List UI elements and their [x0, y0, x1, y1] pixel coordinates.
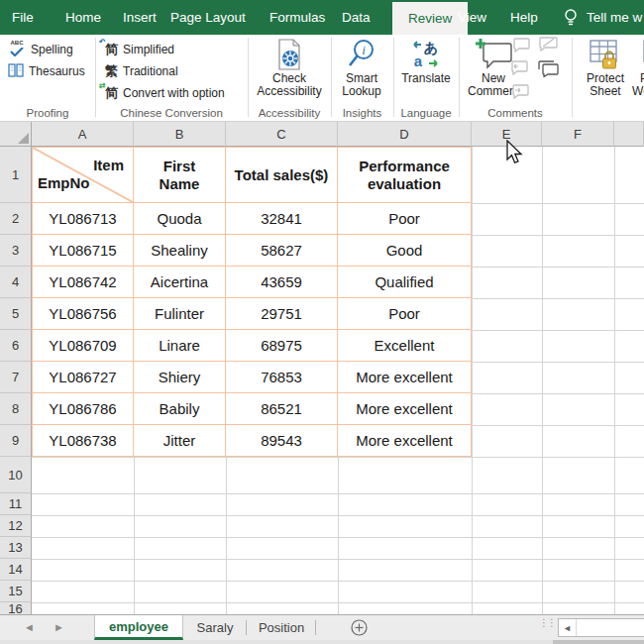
delete-comment-icon[interactable]: [511, 37, 531, 56]
cell-eval[interactable]: More excellent: [338, 393, 472, 425]
traditional-button[interactable]: 繁 Traditional: [105, 61, 178, 81]
tab-page-layout[interactable]: Page Layout: [170, 0, 246, 35]
header-first-name[interactable]: First Name: [134, 147, 226, 203]
column-header-b[interactable]: B: [134, 122, 226, 147]
row-header-11[interactable]: 11: [0, 493, 32, 515]
cell-eval[interactable]: More excellent: [338, 425, 472, 457]
cell-eval[interactable]: Poor: [338, 298, 472, 330]
cell-sales[interactable]: 86521: [226, 393, 338, 425]
cell-empno[interactable]: YL086709: [32, 330, 134, 362]
tell-me-box[interactable]: Tell me w: [587, 0, 642, 35]
tab-insert[interactable]: Insert: [123, 0, 157, 35]
column-header-c[interactable]: C: [226, 122, 338, 147]
row-header-3[interactable]: 3: [0, 235, 32, 267]
cell-empno[interactable]: YL086727: [32, 362, 134, 393]
row-header-9[interactable]: 9: [0, 425, 32, 457]
convert-with-option-button[interactable]: ⇄简 Convert with option: [105, 83, 225, 103]
sheet-nav-left-icon[interactable]: ◄: [24, 621, 35, 633]
cell-empno[interactable]: YL086756: [32, 298, 134, 330]
sheet-tab-employee[interactable]: employee: [94, 615, 183, 640]
cell-sales[interactable]: 68975: [226, 330, 338, 362]
cell-name[interactable]: Fulinter: [134, 298, 226, 330]
row-header-15[interactable]: 15: [0, 581, 32, 602]
thesaurus-button[interactable]: Thesaurus: [8, 61, 85, 81]
column-header-f[interactable]: F: [542, 122, 614, 147]
tab-bar-resize-handle[interactable]: ⋮⋮: [539, 620, 549, 625]
protect-sheet-icon: [589, 37, 622, 72]
row-header-14[interactable]: 14: [0, 559, 32, 581]
tab-review[interactable]: Review: [392, 2, 468, 35]
show-hide-comment-icon[interactable]: [510, 83, 530, 103]
tab-data[interactable]: Data: [342, 0, 371, 35]
sheet-tab-saraly[interactable]: Saraly: [184, 615, 246, 640]
smart-lookup-button[interactable]: i Smart Lookup: [333, 37, 390, 106]
cell-name[interactable]: Linare: [134, 330, 226, 362]
cell-eval[interactable]: Poor: [338, 203, 472, 235]
sheet-tab-position[interactable]: Position: [248, 615, 315, 640]
group-separator: [459, 38, 460, 117]
row-header-8[interactable]: 8: [0, 393, 32, 425]
scroll-left-icon[interactable]: ◄: [559, 619, 577, 636]
cell-sales[interactable]: 89543: [226, 425, 338, 457]
row-header-13[interactable]: 13: [0, 537, 32, 559]
header-total-sales[interactable]: Total sales($): [226, 147, 338, 203]
column-header-a[interactable]: A: [32, 122, 134, 147]
row-header-1[interactable]: 1: [0, 147, 32, 203]
sheet-tab-bar: ◄ ► employee Saraly Position ⋮⋮ ◄: [0, 614, 644, 640]
tab-home[interactable]: Home: [65, 0, 101, 35]
column-header-partial[interactable]: [614, 122, 644, 147]
cell-eval[interactable]: Excellent: [338, 330, 472, 362]
row-header-4[interactable]: 4: [0, 267, 32, 298]
cell-empno[interactable]: YL086742: [32, 267, 134, 298]
cell-eval[interactable]: Good: [338, 235, 472, 267]
column-header-d[interactable]: D: [338, 122, 472, 147]
row-header-7[interactable]: 7: [0, 362, 32, 393]
translate-button[interactable]: あ a Translate: [396, 37, 456, 106]
tab-formulas[interactable]: Formulas: [269, 0, 325, 35]
row-header-2[interactable]: 2: [0, 203, 32, 235]
gridline: [32, 493, 644, 494]
simplified-button[interactable]: ↶简 Simplified: [105, 40, 174, 59]
cell-name[interactable]: Shiery: [134, 362, 226, 393]
select-all-button[interactable]: [0, 122, 32, 147]
cell-a1-diagonal-header[interactable]: Item EmpNo: [32, 147, 134, 203]
protect-workbook-button[interactable]: Protect Workbook: [624, 37, 644, 106]
cell-name[interactable]: Aicertina: [134, 267, 226, 298]
cell-eval[interactable]: Qualified: [338, 267, 472, 298]
cell-empno[interactable]: YL086786: [32, 393, 134, 425]
cell-name[interactable]: Shealiny: [134, 235, 226, 267]
cell-empno[interactable]: YL086713: [32, 203, 134, 235]
cell-name[interactable]: Jitter: [134, 425, 226, 457]
simplified-icon: ↶简: [105, 41, 118, 58]
cell-sales[interactable]: 32841: [226, 203, 338, 235]
row-header-12[interactable]: 12: [0, 515, 32, 537]
row-header-16[interactable]: 16: [0, 602, 32, 614]
spelling-button[interactable]: ABC Spelling: [8, 40, 73, 59]
new-sheet-button[interactable]: [351, 619, 368, 640]
row-header-5[interactable]: 5: [0, 298, 32, 330]
sheet-tab-separator: [246, 620, 247, 635]
edit-comment-icon[interactable]: [537, 36, 559, 55]
row-header-10[interactable]: 10: [0, 457, 32, 493]
horizontal-scrollbar[interactable]: ◄: [558, 618, 644, 637]
row-header-6[interactable]: 6: [0, 330, 32, 362]
cell-name[interactable]: Quoda: [134, 203, 226, 235]
cell-eval[interactable]: More excellent: [338, 362, 472, 393]
worksheet-grid: A B C D E F 1 2 3 4 5 6 7 8 9 10 11 12 1…: [0, 122, 644, 614]
sheet-nav-right-icon[interactable]: ►: [54, 621, 64, 633]
tab-file[interactable]: File: [12, 0, 34, 35]
header-evaluation[interactable]: Performance evaluation: [338, 147, 472, 203]
cell-name[interactable]: Babily: [134, 393, 226, 425]
cell-empno[interactable]: YL086738: [32, 425, 134, 457]
tab-help[interactable]: Help: [510, 0, 538, 35]
cell-sales[interactable]: 58627: [226, 235, 338, 267]
show-all-comments-icon[interactable]: [536, 59, 560, 81]
cell-sales[interactable]: 43659: [226, 267, 338, 298]
cell-sales[interactable]: 29751: [226, 298, 338, 330]
cell-empno[interactable]: YL086715: [32, 235, 134, 267]
cell-sales[interactable]: 76853: [226, 362, 338, 393]
tab-view[interactable]: View: [458, 0, 486, 35]
mouse-cursor-icon: [504, 140, 526, 165]
check-accessibility-button[interactable]: Check Accessibility: [252, 37, 327, 106]
previous-comment-icon[interactable]: [509, 59, 529, 79]
